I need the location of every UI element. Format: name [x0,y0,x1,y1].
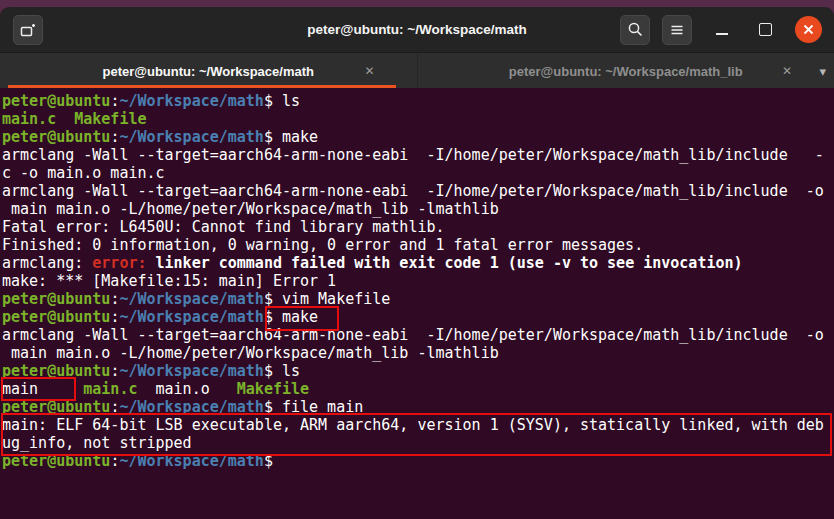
tab-dropdown-icon[interactable]: ▾ [819,64,826,79]
terminal-output[interactable]: peter@ubuntu:~/Workspace/math$ lsmain.c … [0,88,834,519]
minimize-icon [716,33,728,35]
terminal-line: peter@ubuntu:~/Workspace/math$ file main [2,398,834,416]
terminal-line: peter@ubuntu:~/Workspace/math$ make [2,308,834,326]
terminal-line: peter@ubuntu:~/Workspace/math$ vim Makef… [2,290,834,308]
search-button[interactable] [620,15,650,45]
terminal-line: armclang -Wall --target=aarch64-arm-none… [2,146,834,164]
terminal-line: Fatal error: L6450U: Cannot find library… [2,218,834,236]
tab-label: peter@ubuntu: ~/Workspace/math [103,64,314,79]
new-tab-icon [20,22,36,38]
terminal-line: main main.o -L/home/peter/Workspace/math… [2,200,834,218]
tab-math[interactable]: peter@ubuntu: ~/Workspace/math ✕ [0,53,417,89]
terminal-line: peter@ubuntu:~/Workspace/math$ make [2,128,834,146]
terminal-line: armclang -Wall --target=aarch64-arm-none… [2,326,834,344]
terminal-line: Finished: 0 information, 0 warning, 0 er… [2,236,834,254]
terminal-line: peter@ubuntu:~/Workspace/math$ ls [2,92,834,110]
terminal-line: main: ELF 64-bit LSB executable, ARM aar… [2,416,834,434]
menu-button[interactable] [662,15,692,45]
titlebar-controls [608,15,834,45]
maximize-button[interactable] [752,17,778,43]
menu-icon [669,22,685,38]
tab-label: peter@ubuntu: ~/Workspace/math_lib [509,64,743,79]
terminal-line: main main.c main.o Makefile [2,380,834,398]
close-button[interactable] [795,16,822,43]
close-icon [803,24,814,35]
terminal-line: main.c Makefile [2,110,834,128]
terminal-line: peter@ubuntu:~/Workspace/math$ ls [2,362,834,380]
terminal-line: armclang: error: linker command failed w… [2,254,834,272]
tab-bar: peter@ubuntu: ~/Workspace/math ✕ peter@u… [0,52,834,89]
maximize-icon [759,23,772,36]
window-title: peter@ubuntu: ~/Workspace/math [307,22,527,37]
terminal-line: c -o main.o main.c [2,164,834,182]
new-tab-button[interactable] [13,15,43,45]
tab-close-icon[interactable]: ✕ [364,65,374,77]
tab-close-icon[interactable]: ✕ [782,65,792,77]
terminal-line: make: *** [Makefile:15: main] Error 1 [2,272,834,290]
terminal-line: ug_info, not stripped [2,434,834,452]
tab-math-lib[interactable]: peter@ubuntu: ~/Workspace/math_lib ✕ [417,53,834,89]
titlebar[interactable]: peter@ubuntu: ~/Workspace/math [0,7,834,52]
minimize-button[interactable] [709,17,735,43]
terminal-line: armclang -Wall --target=aarch64-arm-none… [2,182,834,200]
terminal-window: peter@ubuntu: ~/Workspace/math [0,0,834,519]
terminal-line: peter@ubuntu:~/Workspace/math$ [2,452,834,470]
terminal-line: main main.o -L/home/peter/Workspace/math… [2,344,834,362]
search-icon [627,21,644,38]
